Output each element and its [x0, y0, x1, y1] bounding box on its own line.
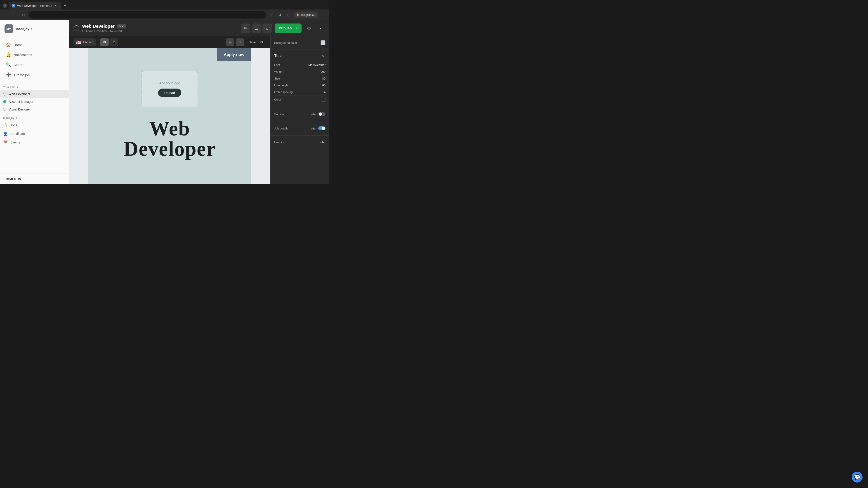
eye-preview-button[interactable]: 👁: [236, 38, 244, 46]
font-property-row: Font Merriweather: [274, 62, 326, 68]
sidebar-toggle-button[interactable]: ⊟: [285, 11, 292, 18]
address-bar[interactable]: app.homerun.co/job/336501/edit: [29, 11, 266, 19]
sidebar: MM Moodjoy ▾ 🏠 Home 🔔 Notifications 🔍 Se…: [0, 20, 69, 184]
sidebar-item-label-create: Create job: [14, 73, 30, 77]
homerun-logo: HOMERUN: [4, 177, 64, 181]
search-tool-button[interactable]: ⌕: [262, 24, 272, 33]
apply-now-button[interactable]: Apply now: [217, 48, 251, 61]
letter-spacing-label: Letter spacing: [274, 90, 293, 94]
background-color-row: Background color: [274, 39, 326, 46]
top-bar: Web Developer Draft Full-time / Part-tim…: [69, 20, 329, 36]
sidebar-item-label-notifications: Notifications: [13, 53, 32, 57]
font-value: Merriweather: [308, 63, 326, 67]
sidebar-footer: HOMERUN: [0, 173, 69, 184]
search-nav-icon: 🔍: [6, 62, 11, 67]
sidebar-item-jobs[interactable]: 📋 Jobs: [0, 121, 69, 129]
download-button[interactable]: ⬇: [277, 11, 283, 18]
canvas-preview[interactable]: Apply now Add your logo Upload Web Devel…: [69, 48, 270, 184]
heading-label: Heading: [274, 140, 285, 144]
language-label: English: [83, 40, 93, 44]
heading-section: Heading Inter: [271, 135, 329, 149]
more-button[interactable]: ⋯: [316, 24, 324, 32]
company-section-label: Moodjoy ▾: [0, 113, 69, 121]
list-tool-button[interactable]: ☰: [252, 24, 261, 33]
size-value: 80: [322, 77, 326, 80]
weight-property-row: Weight 900: [274, 68, 326, 75]
title-properties-section: Title ✕ Font Merriweather Weight 900 Siz…: [271, 50, 329, 107]
flag-icon: 🇺🇸: [76, 40, 81, 45]
subtitle-toggle[interactable]: [318, 112, 326, 116]
preview-title: Web Developer: [97, 119, 242, 159]
job-details-label: Job details: [274, 127, 288, 130]
letter-spacing-value: 4: [324, 90, 326, 94]
sidebar-item-home[interactable]: 🏠 Home: [3, 40, 66, 50]
save-draft-button[interactable]: Save draft: [246, 39, 266, 45]
heading-row: Heading Inter: [274, 139, 326, 146]
bookmark-button[interactable]: ☆: [268, 11, 275, 18]
publish-button[interactable]: Publish ▾: [275, 24, 302, 33]
tab-close-button[interactable]: ✕: [54, 4, 57, 7]
subtitle-row: Subtitle Inter: [274, 110, 326, 118]
company-name[interactable]: Moodjoy ▾: [16, 27, 32, 31]
forward-button[interactable]: →: [11, 11, 18, 18]
back-button[interactable]: ←: [3, 11, 9, 18]
pencil-edit-button[interactable]: ✏: [226, 38, 234, 46]
sidebar-item-search[interactable]: 🔍 Search: [3, 60, 66, 69]
job-details-toggle[interactable]: [318, 126, 326, 130]
avatar: MM: [4, 24, 13, 33]
candidates-icon: 👤: [3, 131, 8, 136]
color-swatch[interactable]: [321, 97, 326, 102]
web-developer-draft-icon: [3, 92, 6, 96]
main-content: Web Developer Draft Full-time / Part-tim…: [69, 20, 329, 184]
font-label: Font: [274, 63, 280, 67]
your-jobs-chevron-icon: ▾: [17, 86, 18, 89]
subtitle-section: Subtitle Inter: [271, 107, 329, 121]
color-label: Color: [274, 98, 281, 101]
language-button[interactable]: 🇺🇸 English: [73, 38, 96, 46]
sidebar-job-label-visual-designer: Visual Designer: [8, 107, 31, 111]
new-tab-button[interactable]: +: [62, 2, 68, 9]
settings-button[interactable]: ⚙: [304, 24, 314, 33]
view-mode-group: 🖥 📱: [100, 38, 118, 46]
events-icon: 📅: [3, 140, 8, 144]
sidebar-item-account-manager[interactable]: Account Manager: [0, 98, 69, 105]
job-details-font: Inter: [311, 127, 316, 130]
sidebar-item-events[interactable]: 📅 Events: [0, 138, 69, 147]
edit-tool-button[interactable]: ✏: [241, 24, 250, 33]
weight-label: Weight: [274, 70, 283, 73]
incognito-button[interactable]: 🕵 Incognito (2): [294, 11, 318, 18]
tab-prev-button[interactable]: ▾: [3, 3, 7, 8]
job-title-row: Web Developer Draft: [82, 24, 238, 29]
line-height-label: Line height: [274, 84, 289, 87]
background-color-section: Background color: [271, 36, 329, 50]
tab-title: Web Developer - Homerun: [17, 4, 52, 7]
sidebar-item-notifications[interactable]: 🔔 Notifications: [3, 50, 66, 59]
desktop-view-button[interactable]: 🖥: [100, 38, 109, 46]
mobile-view-button[interactable]: 📱: [110, 38, 118, 46]
subtitle-value: Inter: [311, 112, 326, 116]
size-label: Size: [274, 77, 280, 80]
tab-favicon: H: [12, 4, 16, 7]
background-color-label: Background color: [274, 41, 297, 44]
sidebar-item-web-developer[interactable]: Web Developer: [0, 90, 69, 98]
weight-value: 900: [320, 70, 326, 73]
sidebar-item-create-job[interactable]: ➕ Create job: [3, 70, 66, 80]
background-color-swatch[interactable]: [320, 40, 326, 45]
more-options-button[interactable]: ⋮: [320, 11, 327, 18]
incognito-icon: 🕵: [296, 13, 300, 17]
letter-spacing-property-row: Letter spacing 4: [274, 89, 326, 96]
nav-bar: ← → ↻ app.homerun.co/job/336501/edit ☆ ⬇…: [0, 9, 329, 20]
heading-font: Inter: [320, 140, 326, 144]
sidebar-item-candidates[interactable]: 👤 Candidates: [0, 129, 69, 138]
active-tab[interactable]: H Web Developer - Homerun ✕: [8, 2, 61, 9]
logo-upload-area[interactable]: Add your logo Upload: [142, 71, 198, 107]
refresh-button[interactable]: ↻: [20, 11, 27, 18]
sidebar-item-visual-designer[interactable]: Visual Designer: [0, 105, 69, 113]
sidebar-job-label-account-manager: Account Manager: [8, 100, 33, 103]
upload-button[interactable]: Upload: [158, 89, 182, 97]
top-bar-tools: ✏ ☰ ⌕: [241, 24, 272, 33]
sidebar-item-label-jobs: Jobs: [10, 123, 17, 127]
title-section-close-button[interactable]: ✕: [320, 53, 326, 59]
browser-chrome: ▾ H Web Developer - Homerun ✕ + ← → ↻ ap…: [0, 0, 329, 20]
publish-chevron-icon: ▾: [293, 27, 298, 30]
